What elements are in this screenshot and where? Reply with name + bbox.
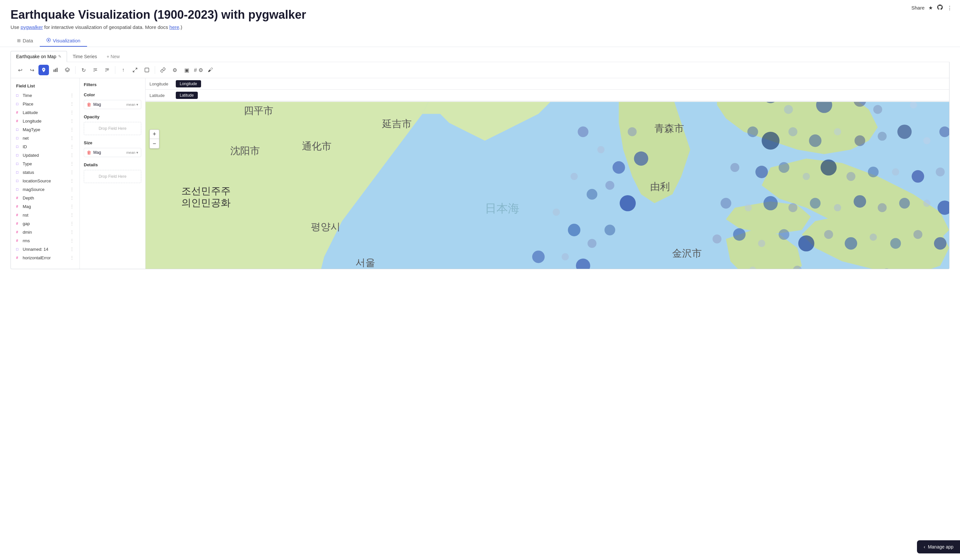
- field-item-place[interactable]: □ Place ⋮: [11, 99, 80, 108]
- field-menu-time[interactable]: ⋮: [70, 93, 74, 98]
- brush-button[interactable]: 🖌: [205, 65, 216, 75]
- longitude-axis-label: Longitude: [149, 82, 176, 86]
- field-menu-unnamed14[interactable]: ⋮: [70, 246, 74, 252]
- edit-icon: ✎: [58, 54, 61, 59]
- field-menu-latitude[interactable]: ⋮: [70, 110, 74, 115]
- field-item-depth[interactable]: # Depth ⋮: [11, 194, 80, 202]
- field-item-locationsource[interactable]: □ locationSource ⋮: [11, 176, 80, 185]
- field-name-mag: Mag: [23, 204, 31, 209]
- tab-visualization[interactable]: Visualization: [40, 35, 87, 46]
- field-item-rms[interactable]: # rms ⋮: [11, 236, 80, 245]
- map-container[interactable]: 哈尔滨市 鸡西市 扶余市 四平市 沈阳市 通化市 牡丹江市 延吉市 블라디보스토…: [146, 102, 949, 269]
- field-item-nst[interactable]: # nst ⋮: [11, 211, 80, 219]
- github-icon[interactable]: [937, 4, 943, 11]
- chart-type-map-button[interactable]: [38, 65, 49, 75]
- field-menu-locationsource[interactable]: ⋮: [70, 178, 74, 183]
- upload-button[interactable]: ↑: [118, 65, 128, 75]
- svg-point-88: [758, 240, 765, 247]
- color-field-delete[interactable]: 🗑: [87, 102, 91, 107]
- star-icon[interactable]: ★: [928, 5, 933, 11]
- more-options-icon[interactable]: ⋮: [947, 5, 952, 11]
- field-menu-id[interactable]: ⋮: [70, 144, 74, 149]
- sort-desc-button[interactable]: [102, 65, 112, 75]
- undo-button[interactable]: ↩: [15, 65, 25, 75]
- field-item-magtype[interactable]: □ MagType ⋮: [11, 125, 80, 134]
- layers-button[interactable]: [62, 65, 73, 75]
- field-menu-type[interactable]: ⋮: [70, 161, 74, 166]
- field-item-status[interactable]: □ status ⋮: [11, 168, 80, 176]
- tab-data[interactable]: ⊞ Data: [11, 35, 40, 46]
- page-subtitle: Use pygwalker for interactive visualizat…: [11, 24, 949, 30]
- link-button[interactable]: [158, 65, 168, 75]
- field-menu-magtype[interactable]: ⋮: [70, 127, 74, 132]
- share-label[interactable]: Share: [911, 5, 925, 11]
- field-type-icon-magsource: □: [16, 187, 21, 191]
- field-item-magsource[interactable]: □ magSource ⋮: [11, 185, 80, 194]
- pygwalker-link[interactable]: pygwalker: [21, 24, 43, 30]
- sub-tab-earthquake-map[interactable]: Earthquake on Map ✎: [11, 51, 67, 62]
- field-menu-mag[interactable]: ⋮: [70, 204, 74, 209]
- field-menu-updated[interactable]: ⋮: [70, 152, 74, 158]
- field-item-net[interactable]: □ net ⋮: [11, 134, 80, 142]
- svg-text:日本海: 日本海: [485, 202, 519, 214]
- display-button[interactable]: ▣: [181, 65, 192, 75]
- svg-point-78: [789, 203, 797, 212]
- field-menu-net[interactable]: ⋮: [70, 135, 74, 141]
- field-item-horizontalerror[interactable]: # horizontalError ⋮: [11, 253, 80, 262]
- zoom-out-button[interactable]: −: [150, 139, 159, 148]
- longitude-field-pill[interactable]: Longitude: [176, 80, 201, 87]
- field-menu-longitude[interactable]: ⋮: [70, 118, 74, 123]
- toolbar: ↩ ↪ ↻ ↑: [11, 62, 949, 78]
- expand-button[interactable]: [130, 65, 140, 75]
- field-menu-nst[interactable]: ⋮: [70, 212, 74, 218]
- field-item-mag[interactable]: # Mag ⋮: [11, 202, 80, 211]
- field-item-time[interactable]: □ Time ⋮: [11, 91, 80, 99]
- field-item-id[interactable]: □ ID ⋮: [11, 142, 80, 151]
- sub-tab-time-series[interactable]: Time Series: [67, 51, 102, 62]
- field-menu-place[interactable]: ⋮: [70, 101, 74, 107]
- main-panel: Field List □ Time ⋮ □ Place ⋮: [11, 78, 949, 269]
- hash-settings-button[interactable]: # ⚙: [193, 65, 204, 75]
- size-field-agg[interactable]: mean ▾: [126, 150, 138, 155]
- size-section: Size 🗑 Mag mean ▾: [84, 140, 141, 157]
- sort-asc-button[interactable]: [90, 65, 101, 75]
- size-field-delete[interactable]: 🗑: [87, 150, 91, 155]
- zoom-in-button[interactable]: +: [150, 130, 159, 139]
- svg-rect-2: [54, 70, 54, 72]
- field-type-icon-status: □: [16, 170, 21, 174]
- longitude-axis-row: Longitude Longitude: [146, 78, 949, 90]
- svg-point-58: [809, 134, 821, 147]
- field-menu-dmin[interactable]: ⋮: [70, 229, 74, 235]
- settings-button[interactable]: ⚙: [170, 65, 180, 75]
- field-menu-depth[interactable]: ⋮: [70, 195, 74, 200]
- field-item-updated[interactable]: □ Updated ⋮: [11, 151, 80, 159]
- refresh-button[interactable]: ↻: [78, 65, 89, 75]
- svg-point-80: [834, 204, 841, 211]
- details-drop-zone[interactable]: Drop Field Here: [84, 170, 141, 183]
- select-button[interactable]: [142, 65, 152, 75]
- field-item-unnamed14[interactable]: □ Unnamed: 14 ⋮: [11, 245, 80, 253]
- size-field-pill[interactable]: 🗑 Mag mean ▾: [84, 148, 141, 157]
- field-item-type[interactable]: □ Type ⋮: [11, 159, 80, 168]
- field-menu-rms[interactable]: ⋮: [70, 238, 74, 243]
- field-item-longitude[interactable]: # Longitude ⋮: [11, 117, 80, 125]
- sub-tabs: Earthquake on Map ✎ Time Series + New: [11, 51, 949, 62]
- latitude-field-pill[interactable]: Latitude: [176, 92, 198, 99]
- sub-tab-new[interactable]: + New: [102, 51, 123, 62]
- svg-point-66: [755, 166, 768, 178]
- field-item-gap[interactable]: # gap ⋮: [11, 219, 80, 228]
- field-menu-magsource[interactable]: ⋮: [70, 187, 74, 192]
- color-field-pill[interactable]: 🗑 Mag mean ▾: [84, 100, 141, 109]
- svg-point-146: [620, 195, 636, 211]
- field-menu-gap[interactable]: ⋮: [70, 221, 74, 226]
- color-field-agg[interactable]: mean ▾: [126, 102, 138, 107]
- field-item-latitude[interactable]: # Latitude ⋮: [11, 108, 80, 117]
- field-type-icon-nst: #: [16, 213, 21, 217]
- chart-type-bar-button[interactable]: [50, 65, 61, 75]
- here-link[interactable]: here: [170, 24, 179, 30]
- field-menu-horizontalerror[interactable]: ⋮: [70, 255, 74, 260]
- opacity-drop-zone[interactable]: Drop Field Here: [84, 122, 141, 135]
- field-menu-status[interactable]: ⋮: [70, 170, 74, 175]
- field-item-dmin[interactable]: # dmin ⋮: [11, 228, 80, 236]
- redo-button[interactable]: ↪: [27, 65, 37, 75]
